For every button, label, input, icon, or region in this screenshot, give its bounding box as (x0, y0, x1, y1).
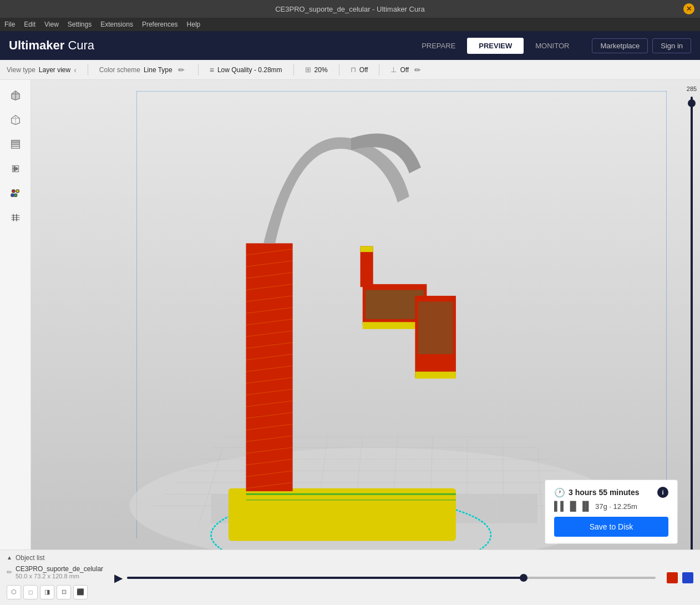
svg-point-16 (14, 194, 17, 197)
view-icon-iso[interactable]: ⬛ (73, 585, 88, 599)
close-button[interactable]: ✕ (683, 3, 694, 14)
svg-rect-13 (16, 168, 17, 170)
svg-point-15 (16, 190, 18, 193)
svg-rect-72 (361, 246, 373, 288)
print-time-label: 🕐 3 hours 55 minutes (554, 487, 640, 498)
tool-xray-view[interactable] (4, 109, 27, 131)
infill-value: 20% (315, 66, 328, 74)
support-icon: ⊓ (351, 65, 356, 74)
menu-edit[interactable]: Edit (24, 21, 35, 28)
menu-file[interactable]: File (4, 21, 15, 28)
svg-rect-71 (418, 301, 453, 354)
playback-controls: ▶ (103, 571, 667, 584)
material-amount: 37g · 12.25m (595, 502, 637, 511)
print-quality-value: Low Quality - 0.28mm (217, 66, 282, 74)
header-actions: Marketplace Sign in (592, 38, 691, 53)
svg-rect-9 (11, 147, 19, 149)
play-button[interactable]: ▶ (114, 571, 123, 584)
material-icon: ▌▌▐▌▐▌ (554, 501, 592, 511)
tool-timeline[interactable] (4, 206, 27, 229)
infill-icon: ⊞ (305, 65, 311, 74)
bottom-panel: ▲ Object list ✏ CE3PRO_suporte_de_celula… (0, 549, 700, 605)
save-to-disk-button[interactable]: Save to Disk (554, 517, 668, 537)
svg-rect-44 (246, 243, 293, 491)
playback-track[interactable] (127, 577, 656, 579)
marketplace-button[interactable]: Marketplace (592, 38, 648, 53)
toolbar-sep-2 (198, 64, 199, 75)
view-icon-side[interactable]: ◨ (40, 585, 54, 599)
header: Ultimaker Cura PREPARE PREVIEW MONITOR M… (0, 31, 700, 60)
view-type-arrow[interactable]: ‹ (74, 65, 77, 74)
color-swatch-blue (682, 572, 693, 583)
menu-help[interactable]: Help (187, 21, 201, 28)
svg-point-14 (12, 190, 14, 193)
print-info-panel: 🕐 3 hours 55 minutes i ▌▌▐▌▐▌ 37g · 12.2… (545, 480, 678, 544)
object-list-section: ▲ Object list ✏ CE3PRO_suporte_de_celula… (7, 554, 103, 602)
playback-fill (127, 577, 524, 579)
adhesion-value: Off (400, 66, 409, 74)
view-type-value: Layer view (39, 66, 70, 74)
main-area: 285 🕐 3 hours 55 minutes i ▌▌▐▌▐▌ 37g · … (0, 80, 700, 605)
layer-handle-top[interactable] (688, 99, 696, 107)
color-scheme-label: Color scheme (99, 66, 140, 74)
svg-rect-43 (229, 488, 456, 541)
tool-layer-view[interactable] (4, 133, 27, 155)
view-type-label: View type (7, 66, 35, 74)
toolbar-sep-4 (339, 64, 339, 75)
toolbar: View type Layer view ‹ Color scheme Line… (0, 60, 700, 80)
view-type-group: View type Layer view ‹ (7, 65, 77, 74)
toolbar-sep-3 (293, 64, 294, 75)
layer-track[interactable] (691, 97, 693, 597)
viewport[interactable]: 285 🕐 3 hours 55 minutes i ▌▌▐▌▐▌ 37g · … (31, 80, 700, 605)
print-quality-group: ≡ Low Quality - 0.28mm (210, 65, 282, 74)
menu-extensions[interactable]: Extensions (100, 21, 133, 28)
nav-tabs: PREPARE PREVIEW MONITOR (410, 38, 581, 54)
menu-preferences[interactable]: Preferences (142, 21, 178, 28)
playback-handle[interactable] (520, 574, 527, 582)
window-title: CE3PRO_suporte_de_celular - Ultimaker Cu… (275, 5, 425, 13)
color-scheme-group: Color scheme Line Type ✏ (99, 64, 187, 75)
menubar: File Edit View Settings Extensions Prefe… (0, 18, 700, 31)
tool-simulate[interactable] (4, 158, 27, 180)
tab-preview[interactable]: PREVIEW (467, 38, 524, 54)
clock-icon: 🕐 (554, 487, 565, 498)
print-time-row: 🕐 3 hours 55 minutes i (554, 487, 668, 498)
bottom-right-status (667, 572, 693, 583)
object-list-header[interactable]: ▲ Object list (7, 554, 103, 562)
info-icon[interactable]: i (657, 487, 668, 498)
tab-prepare[interactable]: PREPARE (410, 38, 467, 54)
tool-solid-view[interactable] (4, 84, 27, 107)
object-edit-icon[interactable]: ✏ (7, 568, 12, 576)
app-logo: Ultimaker Cura (9, 38, 410, 53)
titlebar: CE3PRO_suporte_de_celular - Ultimaker Cu… (0, 0, 700, 18)
svg-rect-70 (415, 372, 456, 379)
layer-icon: ≡ (210, 65, 214, 74)
signin-button[interactable]: Sign in (652, 38, 691, 53)
color-scheme-edit-icon[interactable]: ✏ (176, 64, 187, 75)
left-sidebar (0, 80, 31, 605)
print-duration: 3 hours 55 minutes (569, 488, 640, 497)
adhesion-group: ⊥ Off ✏ (390, 64, 423, 75)
svg-rect-7 (11, 140, 19, 143)
menu-settings[interactable]: Settings (68, 21, 92, 28)
object-name: CE3PRO_suporte_de_celular (16, 565, 103, 573)
view-icon-top[interactable]: ⊡ (57, 585, 71, 599)
tool-color-scheme[interactable] (4, 182, 27, 204)
svg-point-17 (11, 194, 14, 197)
tab-monitor[interactable]: MONITOR (524, 38, 581, 54)
color-scheme-value: Line Type (144, 66, 173, 74)
menu-view[interactable]: View (44, 21, 59, 28)
color-swatch-red (667, 572, 678, 583)
object-list-chevron: ▲ (7, 554, 12, 561)
object-dimensions: 50.0 x 73.2 x 120.8 mm (16, 573, 103, 579)
object-item-0: ✏ CE3PRO_suporte_de_celular 50.0 x 73.2 … (7, 564, 103, 581)
support-group: ⊓ Off (351, 65, 368, 74)
adhesion-edit-icon[interactable]: ✏ (412, 64, 423, 75)
view-icon-front[interactable]: □ (23, 585, 38, 599)
view-icon-perspective[interactable]: ⬡ (7, 585, 21, 599)
view-icons-row: ⬡ □ ◨ ⊡ ⬛ (7, 583, 103, 602)
adhesion-icon: ⊥ (390, 65, 397, 74)
object-list-title: Object list (16, 554, 45, 562)
layer-slider[interactable]: 285 (683, 80, 700, 605)
svg-rect-73 (361, 246, 373, 253)
